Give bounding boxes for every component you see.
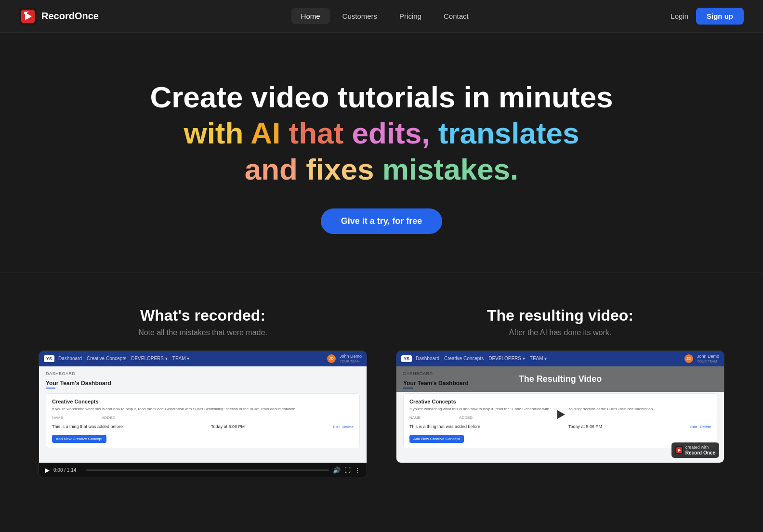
table-action-delete: Delete	[342, 425, 354, 429]
record-once-badge: created with Record Once	[671, 442, 719, 458]
comparison-section: What's recorded: Note all the mistakes t…	[0, 273, 763, 507]
app-logo: YS	[44, 355, 54, 362]
hero-title-line3: and fixes mistakes.	[19, 152, 744, 187]
table-row-actions: Edit Delete	[333, 425, 354, 429]
table-col-added: ADDED	[102, 415, 115, 420]
app-nav-team: TEAM ▾	[172, 356, 190, 361]
recorded-subtitle: Note all the mistakes that were made.	[138, 328, 267, 337]
hero-cta: Give it a try, for free	[19, 208, 744, 234]
word-translates: translates	[438, 117, 579, 150]
result-nav-developers: DEVELOPERS ▾	[488, 356, 525, 361]
result-title: The resulting video:	[487, 307, 633, 324]
fullscreen-icon[interactable]: ⛶	[344, 467, 351, 474]
result-nav-team: TEAM ▾	[530, 356, 547, 361]
table-col-name: NAME	[52, 415, 63, 420]
word-mistakes: mistakes.	[382, 153, 519, 186]
result-col: The resulting video: After the AI has do…	[396, 307, 724, 478]
result-action-edit: Edit	[690, 425, 697, 429]
result-video: YS Dashboard Creative Concepts DEVELOPER…	[396, 350, 724, 463]
app-nav-concepts: Creative Concepts	[87, 356, 126, 361]
cta-button[interactable]: Give it a try, for free	[321, 208, 443, 234]
video-controls: ▶ 0:00 / 1:14 🔊 ⛶ ⋮	[39, 463, 367, 478]
ro-badge-icon	[675, 446, 683, 454]
play-triangle-icon	[557, 410, 565, 419]
logo-icon	[19, 8, 37, 25]
app-username: John DemoYOUR TEAM	[340, 354, 362, 363]
app-card-desc: If you're wondering what this is and how…	[52, 406, 354, 412]
word-that: that	[289, 117, 344, 150]
result-add-btn: Add New Creative Concept	[409, 435, 464, 443]
result-nav-concepts: Creative Concepts	[444, 356, 484, 361]
hero-title-line1: Create video tutorials in minutes	[19, 81, 744, 114]
nav-pricing[interactable]: Pricing	[390, 8, 431, 24]
result-row-actions: Edit Delete	[690, 425, 711, 429]
recorded-video: YS Dashboard Creative Concepts DEVELOPER…	[39, 350, 367, 478]
app-card-title: Creative Concepts	[52, 399, 354, 404]
nav-customers[interactable]: Customers	[333, 8, 387, 24]
word-and: and	[245, 153, 298, 186]
result-row-name: This is a thing that was added before	[409, 424, 480, 429]
word-fixes: fixes	[306, 153, 374, 186]
comparison-grid: What's recorded: Note all the mistakes t…	[39, 307, 724, 478]
app-dashboard-underline	[46, 388, 55, 389]
volume-icon[interactable]: 🔊	[333, 467, 341, 474]
login-button[interactable]: Login	[671, 12, 688, 20]
signup-button[interactable]: Sign up	[696, 8, 744, 25]
table-row-date: Today at 5:06 PM	[211, 424, 245, 429]
result-action-delete: Delete	[700, 425, 711, 429]
nav-links: Home Customers Pricing Contact	[291, 8, 478, 24]
play-button-overlay[interactable]	[550, 404, 571, 425]
table-row-name: This is a thing that was added before	[52, 424, 123, 429]
ro-created-label: created with	[685, 445, 715, 450]
more-icon[interactable]: ⋮	[355, 467, 361, 474]
result-app-nav: Dashboard Creative Concepts DEVELOPERS ▾…	[416, 356, 681, 361]
app-breadcrumb: DASHBOARD	[46, 371, 360, 376]
result-col-added: ADDED	[459, 415, 473, 420]
app-dashboard-title: Your Team's Dashboard	[46, 380, 360, 387]
hero-title-line2: with AI that edits, translates	[19, 116, 744, 151]
logo-text: RecordOnce	[41, 11, 99, 22]
recorded-col: What's recorded: Note all the mistakes t…	[39, 307, 367, 478]
app-nav: Dashboard Creative Concepts DEVELOPERS ▾…	[58, 356, 323, 361]
nav-home[interactable]: Home	[291, 8, 330, 24]
video-time: 0:00 / 1:14	[53, 467, 82, 473]
table-action-edit: Edit	[333, 425, 340, 429]
word-edits: edits,	[352, 117, 430, 150]
recorded-title: What's recorded:	[140, 307, 265, 324]
play-icon[interactable]: ▶	[45, 467, 50, 474]
result-app-username: John DemoYOUR TEAM	[697, 354, 719, 363]
result-app-logo: YS	[401, 355, 412, 362]
app-nav-developers: DEVELOPERS ▾	[131, 356, 168, 361]
result-video-title: The Resulting Video	[396, 366, 724, 392]
hero-section: Create video tutorials in minutes with A…	[0, 33, 763, 272]
result-col-name: NAME	[409, 415, 421, 420]
nav-actions: Login Sign up	[671, 8, 744, 25]
result-app-nav-right: JD John DemoYOUR TEAM	[684, 354, 719, 363]
app-nav-dashboard: Dashboard	[58, 356, 82, 361]
logo[interactable]: RecordOnce	[19, 8, 99, 25]
result-app-chrome: YS Dashboard Creative Concepts DEVELOPER…	[396, 351, 724, 366]
video-progress[interactable]	[86, 469, 329, 471]
app-chrome-bar: YS Dashboard Creative Concepts DEVELOPER…	[39, 351, 367, 366]
navbar: RecordOnce Home Customers Pricing Contac…	[0, 0, 763, 33]
result-nav-dashboard: Dashboard	[416, 356, 439, 361]
result-video-overlay: The Resulting Video DASHBOARD Your Team'…	[396, 366, 724, 463]
result-app-avatar: JD	[684, 354, 693, 363]
app-avatar: JD	[327, 354, 336, 363]
nav-contact[interactable]: Contact	[434, 8, 478, 24]
app-content: DASHBOARD Your Team's Dashboard Creative…	[39, 366, 367, 463]
result-row-date: Today at 5:06 PM	[568, 424, 602, 429]
word-with: with	[184, 117, 243, 150]
app-card: Creative Concepts If you're wondering wh…	[46, 393, 360, 448]
ro-badge-text-group: created with Record Once	[685, 445, 715, 455]
word-ai: AI	[250, 117, 280, 150]
app-table-header: NAME ADDED	[52, 415, 354, 420]
app-table-row: This is a thing that was added before To…	[52, 422, 354, 431]
ro-brand-name: Record Once	[685, 450, 715, 455]
result-subtitle: After the AI has done its work.	[509, 328, 612, 337]
app-add-btn: Add New Creative Concept	[52, 435, 106, 443]
app-nav-right: JD John DemoYOUR TEAM	[327, 354, 362, 363]
